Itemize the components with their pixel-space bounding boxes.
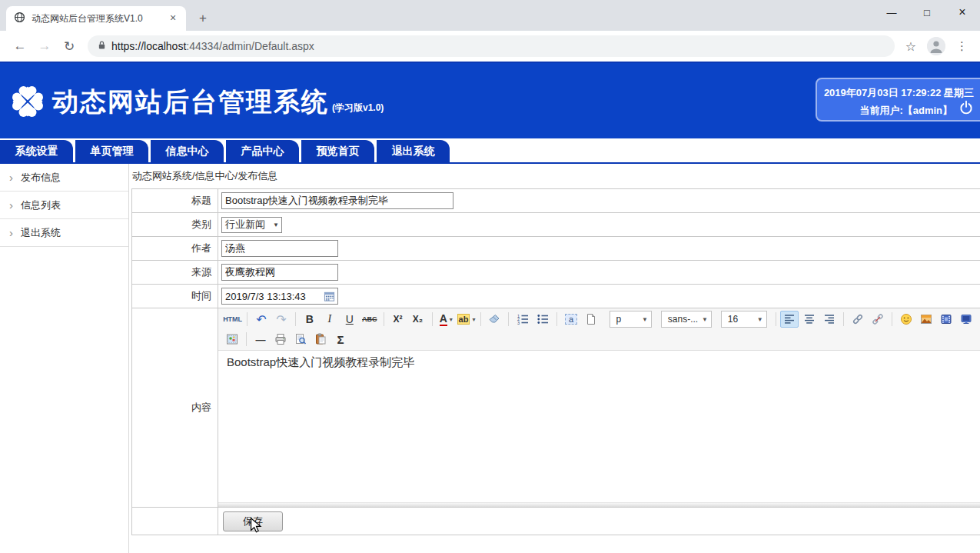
align-center-icon[interactable] <box>800 311 819 328</box>
url-text: https://localhost:44334/admin/Default.as… <box>111 40 314 52</box>
toolbar-separator <box>295 312 296 326</box>
toolbar-separator <box>246 332 247 346</box>
rich-text-editor: HTML↶↷BIUABCX²X₂A▾ab▾123ap▼sans-...▼16▼ … <box>218 308 980 507</box>
formula-icon-glyph: Σ <box>337 333 344 346</box>
sidebar-item-label: 退出系统 <box>21 226 61 240</box>
main-panel: 动态网站系统/信息中心/发布信息 标题 类别 行业新闻 ▼ <box>129 164 980 553</box>
new-tab-button[interactable]: + <box>194 11 212 26</box>
site-subtitle: (学习版v1.0) <box>332 102 384 113</box>
forward-icon[interactable]: → <box>34 38 55 54</box>
new-page-icon[interactable] <box>582 311 600 328</box>
chevron-right-icon: › <box>9 226 13 239</box>
unordered-list-icon[interactable] <box>533 311 552 328</box>
subscript-icon-glyph: X₂ <box>413 314 423 325</box>
formula-icon[interactable]: Σ <box>331 331 350 348</box>
font-size-dropdown[interactable]: 16▼ <box>721 311 767 328</box>
emoticon-icon[interactable] <box>897 311 915 328</box>
paragraph-format-dropdown[interactable]: p▼ <box>610 311 652 328</box>
lock-icon <box>97 39 107 53</box>
author-input[interactable] <box>221 240 338 257</box>
undo-icon[interactable]: ↶ <box>252 311 271 328</box>
insert-video-icon[interactable] <box>937 311 955 328</box>
clover-logo-icon <box>9 83 46 123</box>
sidebar-item-info-list[interactable]: ›信息列表 <box>0 192 128 219</box>
italic-icon[interactable]: I <box>321 311 339 328</box>
favicon-globe-icon <box>14 12 25 26</box>
anchor-icon[interactable]: a <box>562 311 580 328</box>
sidebar-item-publish-info[interactable]: ›发布信息 <box>0 164 128 192</box>
italic-icon-glyph: I <box>327 313 331 325</box>
chevron-right-icon: › <box>9 171 13 184</box>
minimize-button[interactable]: — <box>874 0 909 25</box>
remove-format-icon[interactable] <box>485 311 503 328</box>
strikethrough-icon[interactable]: ABC <box>360 311 379 328</box>
html-source-icon[interactable]: HTML <box>223 311 242 328</box>
source-input[interactable] <box>221 264 338 281</box>
nav-tab-preview-home[interactable]: 预览首页 <box>301 140 374 162</box>
author-label: 作者 <box>132 237 218 261</box>
preview-icon[interactable] <box>291 331 310 348</box>
profile-avatar[interactable] <box>927 37 945 55</box>
editor-toolbar-row1: HTML↶↷BIUABCX²X₂A▾ab▾123ap▼sans-...▼16▼ <box>218 308 980 329</box>
category-value: 行业新闻 <box>225 218 265 232</box>
subscript-icon[interactable]: X₂ <box>409 311 427 328</box>
nav-tab-exit-system[interactable]: 退出系统 <box>377 140 450 162</box>
toolbar-separator <box>480 312 481 326</box>
calendar-icon[interactable] <box>324 291 335 305</box>
editor-toolbar-row2: —Σ <box>218 329 980 351</box>
url-input[interactable]: https://localhost:44334/admin/Default.as… <box>88 35 895 57</box>
paste-icon[interactable] <box>311 331 330 348</box>
redo-icon-glyph: ↷ <box>276 312 286 327</box>
editor-resize-bar[interactable] <box>218 502 980 507</box>
ordered-list-icon[interactable]: 123 <box>513 311 532 328</box>
align-left-icon[interactable] <box>780 311 799 328</box>
maximize-button[interactable]: □ <box>909 0 945 25</box>
toolbar-separator <box>556 312 557 326</box>
bold-icon[interactable]: B <box>301 311 319 328</box>
category-select[interactable]: 行业新闻 ▼ <box>221 217 282 233</box>
link-icon[interactable] <box>849 311 867 328</box>
highlight-color-icon[interactable]: ab▾ <box>457 311 475 328</box>
site-title: 动态网站后台管理系统(学习版v1.0) <box>52 85 384 120</box>
fullscreen-icon[interactable] <box>957 311 975 328</box>
toolbar-separator <box>432 312 433 326</box>
align-right-icon[interactable] <box>820 311 839 328</box>
image-map-icon[interactable] <box>223 331 241 348</box>
nav-tab-single-page-management[interactable]: 单页管理 <box>75 140 148 162</box>
underline-icon[interactable]: U <box>341 311 359 328</box>
nav-tab-product-center[interactable]: 产品中心 <box>226 140 299 162</box>
title-label: 标题 <box>132 189 218 213</box>
chevron-right-icon: › <box>9 198 13 212</box>
time-input[interactable] <box>221 288 338 305</box>
bookmark-star-icon[interactable]: ☆ <box>905 39 916 54</box>
address-bar: ← → ↻ https://localhost:44334/admin/Defa… <box>0 31 980 62</box>
save-button[interactable]: 保存 <box>223 511 283 531</box>
nav-tab-info-center[interactable]: 信息中心 <box>151 140 224 162</box>
current-user-text: 当前用户:【admin】 <box>859 102 952 119</box>
superscript-icon[interactable]: X² <box>389 311 407 328</box>
unlink-icon[interactable] <box>869 311 887 328</box>
tab-close-icon[interactable]: × <box>166 12 180 25</box>
logout-power-icon[interactable] <box>958 100 974 121</box>
highlight-color-icon-glyph: ab <box>457 314 470 325</box>
browser-tab[interactable]: 动态网站后台管理系统V1.0 × <box>6 6 186 31</box>
insert-image-icon[interactable] <box>917 311 935 328</box>
back-icon[interactable]: ← <box>9 38 31 54</box>
editor-content[interactable]: Bootstrap快速入门视频教程录制完毕 <box>218 351 980 502</box>
menu-dots-icon[interactable]: ⋮ <box>956 39 968 53</box>
font-color-icon[interactable]: A▾ <box>437 311 455 328</box>
sidebar-item-exit-system[interactable]: ›退出系统 <box>0 219 128 247</box>
redo-icon[interactable]: ↷ <box>272 311 291 328</box>
html-source-icon-glyph: HTML <box>223 315 242 323</box>
close-button[interactable]: × <box>945 0 980 25</box>
strikethrough-icon-glyph: ABC <box>362 315 377 323</box>
sidebar-item-label: 发布信息 <box>21 171 61 185</box>
underline-icon-glyph: U <box>346 313 354 325</box>
horizontal-rule-icon[interactable]: — <box>251 331 270 348</box>
refresh-icon[interactable]: ↻ <box>58 38 80 55</box>
font-family-dropdown[interactable]: sans-...▼ <box>661 311 712 328</box>
title-input[interactable] <box>221 192 453 209</box>
nav-tab-system-settings[interactable]: 系统设置 <box>0 140 73 162</box>
print-icon[interactable] <box>271 331 290 348</box>
dropdown-caret-icon: ▾ <box>472 316 475 323</box>
